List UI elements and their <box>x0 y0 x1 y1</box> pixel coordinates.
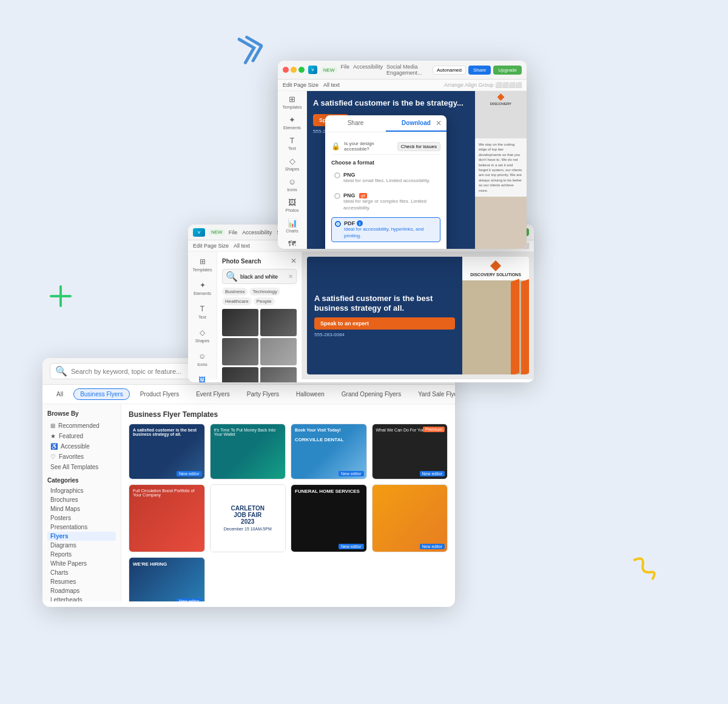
window-close-button[interactable] <box>283 67 289 73</box>
photo-results-grid <box>222 309 297 382</box>
template-card-4[interactable]: Premium What We Can Do For You New edito… <box>372 424 448 479</box>
tag-healthcare[interactable]: Healthcare <box>222 297 252 305</box>
sidebar-item-accessible[interactable]: ♿ Accessible <box>47 441 116 452</box>
win3-sidebar: Browse By ⊞ Recommended ★ Featured ♿ Acc… <box>42 404 121 601</box>
clear-search-icon[interactable]: ✕ <box>288 273 293 280</box>
template-card-7[interactable]: FUNERAL HOME SERVICES New editor <box>291 484 367 552</box>
tab-halloween[interactable]: Halloween <box>289 388 331 400</box>
radio-pdf[interactable] <box>335 221 341 227</box>
photo-thumb-4[interactable] <box>260 338 297 365</box>
sidebar-item-featured[interactable]: ★ Featured <box>47 431 116 441</box>
cat-diagrams[interactable]: Diagrams <box>47 541 116 550</box>
template-card-6[interactable]: CARLETONJOB FAIR2023December 15 10AM-5PM <box>210 484 286 552</box>
tab-event-flyers[interactable]: Event Flyers <box>189 388 237 400</box>
tab-party-flyers[interactable]: Party Flyers <box>240 388 286 400</box>
format-png-2[interactable]: PNG gif Ideal for large or complex files… <box>331 190 440 214</box>
template-card-8[interactable]: New editor <box>372 484 448 552</box>
cat-reports[interactable]: Reports <box>47 550 116 559</box>
window-maximize-button[interactable] <box>298 67 305 73</box>
template-card-5[interactable]: Full Circulation Boost Portfolio of Your… <box>129 484 205 552</box>
radio-png-1[interactable] <box>334 172 340 178</box>
cat-roadmaps[interactable]: Roadmaps <box>47 586 116 595</box>
sidebar-icons[interactable]: ☺ Icons <box>196 350 209 368</box>
tab-all[interactable]: All <box>50 388 70 400</box>
win1-sidebar-text[interactable]: T Text <box>288 136 296 151</box>
radio-png-2[interactable] <box>334 193 340 199</box>
brand-diamond-icon <box>497 93 505 101</box>
cat-letterheads[interactable]: Letterheads <box>47 595 116 601</box>
nav-file[interactable]: File <box>229 229 238 235</box>
photo-thumb-2[interactable] <box>260 309 297 336</box>
window-minimize-button[interactable] <box>291 67 297 73</box>
cat-mind-maps[interactable]: Mind Maps <box>47 504 116 513</box>
photo-panel-close[interactable]: ✕ <box>291 257 297 265</box>
upgrade-btn-win1[interactable]: Upgrade <box>493 66 522 75</box>
editor-canvas: A satisfied customer is the best busines… <box>302 252 534 379</box>
photo-thumb-6[interactable] <box>260 367 297 382</box>
sidebar-shapes[interactable]: ◇ Shapes <box>194 327 211 344</box>
win1-sidebar-maps[interactable]: 🗺 Maps <box>287 239 297 249</box>
win1-sidebar-photos[interactable]: 🖼 Photos <box>286 198 299 212</box>
win1-sidebar-templates[interactable]: ⊞ Templates <box>283 95 302 109</box>
template-card-9[interactable]: WE'RE HIRING New editor <box>129 557 205 601</box>
autonamed-btn-win1[interactable]: Autonamed <box>433 66 466 75</box>
nav-accessibility[interactable]: Accessibility <box>242 229 272 235</box>
sidebar-item-recommended[interactable]: ⊞ Recommended <box>47 421 116 431</box>
tag-people[interactable]: People <box>254 297 275 305</box>
cat-white-papers[interactable]: White Papers <box>47 559 116 568</box>
share-btn-win1[interactable]: Share <box>468 66 491 75</box>
shapes-icon-win1: ◇ <box>289 157 295 166</box>
tab-share[interactable]: Share <box>325 115 386 132</box>
template-thumbnail-2: It's Time To Put Money Back Into Your Wa… <box>211 424 286 479</box>
sidebar-templates[interactable]: ⊞ Templates <box>192 256 214 273</box>
cat-presentations[interactable]: Presentations <box>47 523 116 532</box>
win1-sidebar-icons[interactable]: ☺ Icons <box>287 177 297 192</box>
tab-product-flyers[interactable]: Product Flyers <box>133 388 186 400</box>
format-pdf[interactable]: PDF i Ideal for accessibility, hyperlink… <box>331 217 440 242</box>
tab-yard-sale[interactable]: Yard Sale Flyers <box>411 388 455 400</box>
photo-thumb-3[interactable] <box>222 338 258 365</box>
cat-infographics[interactable]: Infographics <box>47 486 116 495</box>
cat-brochures[interactable]: Brochures <box>47 495 116 504</box>
photo-thumb-5[interactable] <box>222 367 258 382</box>
sidebar-photos[interactable]: 🖼 Photos <box>195 374 211 382</box>
cat-posters[interactable]: Posters <box>47 513 116 523</box>
cat-resumes[interactable]: Resumes <box>47 577 116 586</box>
cat-flyers[interactable]: Flyers <box>47 532 116 541</box>
photo-search-bar[interactable]: 🔍 ✕ <box>222 269 297 284</box>
gif-badge: gif <box>359 193 367 198</box>
win1-sidebar-shapes[interactable]: ◇ Shapes <box>285 157 300 171</box>
nav-accessibility-win1[interactable]: Accessibility <box>353 64 383 76</box>
format-png-1[interactable]: PNG Ideal for small files. Limited acces… <box>331 169 440 186</box>
tab-grand-opening[interactable]: Grand Opening Flyers <box>335 388 408 400</box>
tag-business[interactable]: Business <box>222 288 248 296</box>
sidebar-text[interactable]: T Text <box>197 303 209 320</box>
format-desc-png-2: Ideal for large or complex files. Limite… <box>343 198 437 211</box>
template-card-2[interactable]: It's Time To Put Money Back Into Your Wa… <box>210 424 286 479</box>
sidebar-item-favorites[interactable]: ♡ Favorites <box>47 452 116 462</box>
win1-sidebar-elements[interactable]: ✦ Elements <box>283 115 301 130</box>
nav-file-win1[interactable]: File <box>341 64 350 76</box>
toolbar-all-text[interactable]: All text <box>234 243 250 249</box>
templates-icon: ⊞ <box>198 257 207 266</box>
template-thumbnail-5: Full Circulation Boost Portfolio of Your… <box>129 485 204 552</box>
toolbar-edit-page-size[interactable]: Edit Page Size <box>193 243 229 249</box>
win1-sidebar-charts[interactable]: 📊 Charts <box>286 218 298 233</box>
template-card-1[interactable]: A satisfied customer is the best busines… <box>129 424 205 479</box>
sidebar-item-all-templates[interactable]: See All Templates <box>47 462 116 472</box>
win1-header-bar: V NEW File Accessibility Social Media En… <box>278 61 527 80</box>
toolbar-all-text-win1[interactable]: All text <box>323 82 340 88</box>
format-powerpoint[interactable]: PowerPoint Download to present offline <box>331 246 440 249</box>
search-icon-photo: 🔍 <box>226 271 238 282</box>
dialog-close-button[interactable]: ✕ <box>436 119 442 127</box>
check-issues-button[interactable]: Check for issues <box>397 142 440 151</box>
tab-business-flyers[interactable]: Business Flyers <box>73 388 130 400</box>
cat-charts[interactable]: Charts <box>47 568 116 577</box>
toolbar-edit-page-size-win1[interactable]: Edit Page Size <box>283 82 318 88</box>
nav-social-win1[interactable]: Social Media Engagement... <box>386 64 425 76</box>
photo-search-input[interactable] <box>240 274 286 280</box>
sidebar-elements[interactable]: ✦ Elements <box>192 279 212 297</box>
tag-technology[interactable]: Technology <box>249 288 280 296</box>
photo-thumb-1[interactable] <box>222 309 258 336</box>
template-card-3[interactable]: Book Your Visit Today! CORKVILLE DENTAL … <box>291 424 367 479</box>
